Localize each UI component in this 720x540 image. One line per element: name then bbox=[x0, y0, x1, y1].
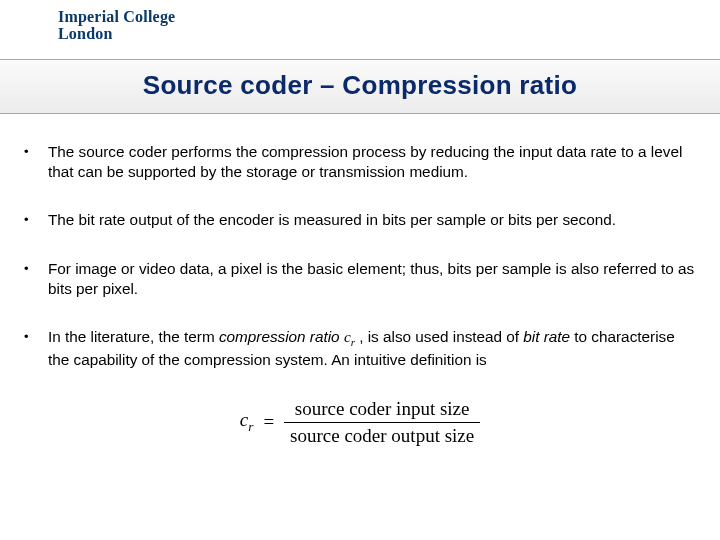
bullet-list: The source coder performs the compressio… bbox=[24, 142, 696, 370]
bullet-text: The bit rate output of the encoder is me… bbox=[48, 210, 696, 230]
equation-numerator: source coder input size bbox=[284, 398, 480, 422]
bullet-text: For image or video data, a pixel is the … bbox=[48, 259, 696, 299]
bullet4-pre: In the literature, the term bbox=[48, 328, 219, 345]
term-bit-rate: bit rate bbox=[523, 328, 570, 345]
bullet-item: The bit rate output of the encoder is me… bbox=[24, 210, 696, 230]
bullet-item: The source coder performs the compressio… bbox=[24, 142, 696, 182]
term-compression-ratio: compression ratio bbox=[219, 328, 340, 345]
logo-line2: London bbox=[58, 25, 720, 43]
bullet-item: For image or video data, a pixel is the … bbox=[24, 259, 696, 299]
symbol-cr: cr bbox=[344, 328, 355, 345]
equation-lhs-c: c bbox=[240, 409, 248, 430]
bullet-item: In the literature, the term compression … bbox=[24, 327, 696, 370]
equation-lhs: cr bbox=[240, 409, 254, 435]
slide-title: Source coder – Compression ratio bbox=[0, 70, 720, 101]
symbol-c: c bbox=[344, 328, 351, 345]
bullet-text: The source coder performs the compressio… bbox=[48, 142, 696, 182]
equation: cr = source coder input size source code… bbox=[24, 398, 696, 447]
logo-line1: Imperial College bbox=[58, 8, 720, 26]
content: The source coder performs the compressio… bbox=[0, 114, 720, 447]
equation-fraction: source coder input size source coder out… bbox=[284, 398, 480, 447]
title-band: Source coder – Compression ratio bbox=[0, 60, 720, 114]
equation-equals: = bbox=[263, 411, 274, 433]
equation-denominator: source coder output size bbox=[284, 422, 480, 447]
bullet4-mid2: , is also used instead of bbox=[355, 328, 523, 345]
equation-lhs-r: r bbox=[248, 419, 253, 434]
header: Imperial College London bbox=[0, 0, 720, 60]
bullet-text: In the literature, the term compression … bbox=[48, 327, 696, 370]
